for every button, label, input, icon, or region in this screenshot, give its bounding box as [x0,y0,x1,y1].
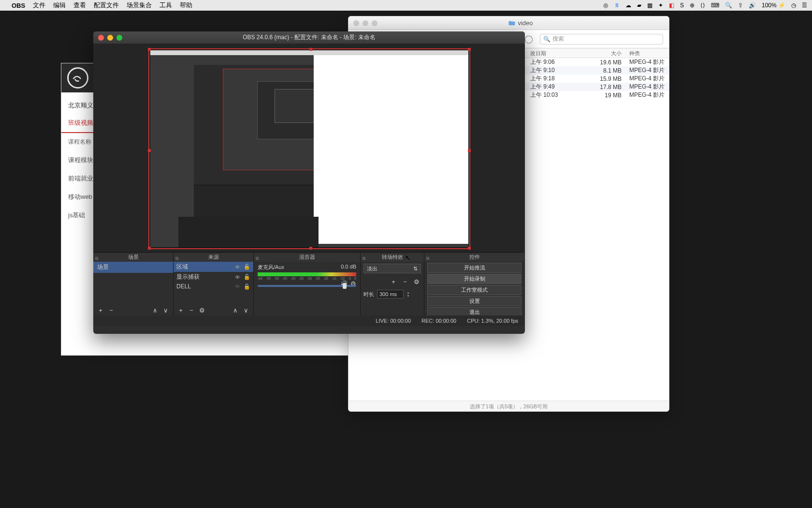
transition-select[interactable]: 淡出⇅ [363,264,421,273]
exit-button[interactable]: 退出 [427,307,522,315]
close-icon[interactable] [98,35,104,41]
status-icon[interactable]: ◧ [669,2,674,9]
transition-settings-button[interactable]: ⚙ [412,277,421,286]
track-name: 麦克风/Aux [258,264,284,271]
finder-title: video [508,19,533,27]
duration-input[interactable] [377,290,404,299]
obs-preview-area[interactable] [93,44,525,253]
status-icon[interactable]: ⏸ [614,2,620,9]
visibility-off-icon[interactable]: 👁 [234,284,241,289]
popout-icon: ⧉ [95,254,98,263]
meter-scale: -60-55-50-45-40-35-30-25-20-15-10-50 [258,277,356,280]
app-name[interactable]: OBS [12,2,25,9]
menu-help[interactable]: 帮助 [180,1,192,10]
scenes-header[interactable]: ⧉场景 [93,253,173,262]
status-icon[interactable]: ✦ [658,2,663,9]
finder-search-input[interactable]: 🔍 搜索 [540,34,663,45]
lock-icon[interactable]: 🔓 [244,284,250,290]
status-icon[interactable]: ▰ [637,2,641,9]
scene-item[interactable]: 场景 [93,262,173,273]
start-streaming-button[interactable]: 开始推流 [427,263,522,273]
menu-profile[interactable]: 配置文件 [94,1,119,10]
close-icon[interactable] [353,20,359,26]
preview-selection[interactable] [148,48,470,249]
popout-icon: ⧉ [362,254,365,263]
lock-icon[interactable]: 🔓 [244,274,250,280]
live-status: LIVE: 00:00:00 [376,318,411,324]
status-icon[interactable]: ☁ [625,2,631,9]
status-icon[interactable]: ⟨⟩ [700,2,705,9]
site-logo-icon [67,67,88,89]
add-transition-button[interactable]: + [389,277,398,286]
clock-icon[interactable]: ◷ [791,2,796,9]
finder-titlebar[interactable]: video [348,16,669,30]
keyboard-icon[interactable]: ⌨ [711,2,719,9]
cpu-status: CPU: 1.3%, 20.00 fps [467,318,518,324]
obs-titlebar[interactable]: OBS 24.0.6 (mac) - 配置文件: 未命名 - 场景: 未命名 [93,31,525,44]
menu-file[interactable]: 文件 [33,1,45,10]
move-down-button[interactable]: ∨ [161,306,170,314]
wifi-icon[interactable]: ⇪ [738,2,743,9]
start-recording-button[interactable]: 开始录制 [427,274,522,284]
status-icon[interactable]: S [680,2,684,9]
remove-transition-button[interactable]: − [401,277,409,286]
chevron-updown-icon: ⇅ [413,266,418,272]
minimize-icon[interactable] [362,20,368,26]
volume-icon[interactable]: 🔊 [749,2,756,9]
popout-icon: ⧉ [175,254,178,263]
menubar-right: ◎ ⏸ ☁ ▰ ▦ ✦ ◧ S ⊕ ⟨⟩ ⌨ 🔍 ⇪ 🔊 100% ⚡ ◷ ☰ [603,2,807,9]
duration-stepper[interactable]: ▲▼ [406,291,410,298]
move-up-button[interactable]: ∧ [231,306,240,314]
spotlight-icon[interactable]: 🔍 [725,2,732,9]
studio-mode-button[interactable]: 工作室模式 [427,285,522,295]
status-icon[interactable]: ◎ [603,2,608,9]
visibility-icon[interactable]: 👁 [234,274,241,280]
source-settings-button[interactable]: ⚙ [198,306,206,314]
controls-header[interactable]: ⧉控件 [424,253,524,262]
mixer-header[interactable]: ⧉混音器 [254,253,360,262]
obs-panels: ⧉场景 场景 + − ∧ ∨ ⧉来源 区域👁🔓 显示捕获👁🔓 [93,253,525,315]
menu-tools[interactable]: 工具 [160,1,172,10]
preview-content [150,50,468,247]
tags-icon[interactable]: ◯ [524,34,533,44]
controls-panel: ⧉控件 开始推流 开始录制 工作室模式 设置 退出 [424,253,525,315]
popout-icon: ⧉ [426,254,429,263]
rec-status: REC: 00:00:00 [421,318,456,324]
menu-view[interactable]: 查看 [73,1,86,10]
source-item[interactable]: DELL👁🔓 [174,282,253,291]
status-icon[interactable]: ▦ [647,2,652,9]
finder-status-bar: 选择了1项（共5项），26GB可用 [348,401,669,411]
add-scene-button[interactable]: + [96,306,105,314]
menu-edit[interactable]: 编辑 [53,1,66,10]
move-up-button[interactable]: ∧ [151,306,160,314]
visibility-icon[interactable]: 👁 [234,264,241,270]
volume-slider[interactable] [258,285,356,287]
transitions-panel: ⧉转场特效 淡出⇅ + − ⚙ 时长 ▲▼ [361,253,424,315]
transitions-header[interactable]: ⧉转场特效 [361,253,424,262]
scenes-panel: ⧉场景 场景 + − ∧ ∨ [93,253,174,315]
source-item[interactable]: 区域👁🔓 [174,262,253,272]
popout-icon: ⧉ [256,254,259,263]
menubar-extras-icon[interactable]: ☰ [802,2,807,9]
battery-status[interactable]: 100% ⚡ [762,2,785,9]
add-source-button[interactable]: + [176,306,185,314]
obs-window: OBS 24.0.6 (mac) - 配置文件: 未命名 - 场景: 未命名 [93,31,525,334]
zoom-icon[interactable] [116,35,122,41]
minimize-icon[interactable] [107,35,113,41]
remove-scene-button[interactable]: − [107,306,116,314]
search-icon: 🔍 [543,36,551,43]
remove-source-button[interactable]: − [187,306,196,314]
folder-icon [508,20,515,26]
source-item[interactable]: 显示捕获👁🔓 [174,272,253,282]
menu-scene-collection[interactable]: 场景集合 [127,1,152,10]
sources-header[interactable]: ⧉来源 [174,253,253,262]
audio-track: 麦克风/Aux 0.0 dB -60-55-50-45-40-35-30-25-… [254,262,360,289]
mixer-panel: ⧉混音器 麦克风/Aux 0.0 dB -60-55-50-45-40-35-3… [254,253,361,315]
sources-panel: ⧉来源 区域👁🔓 显示捕获👁🔓 DELL👁🔓 + − ⚙ ∧ ∨ [174,253,254,315]
status-icon[interactable]: ⊕ [690,2,695,9]
zoom-icon[interactable] [372,20,377,26]
settings-button[interactable]: 设置 [427,296,522,306]
move-down-button[interactable]: ∨ [242,306,250,314]
lock-icon[interactable]: 🔓 [244,264,250,270]
macos-menubar: OBS 文件 编辑 查看 配置文件 场景集合 工具 帮助 ◎ ⏸ ☁ ▰ ▦ ✦… [0,0,812,11]
